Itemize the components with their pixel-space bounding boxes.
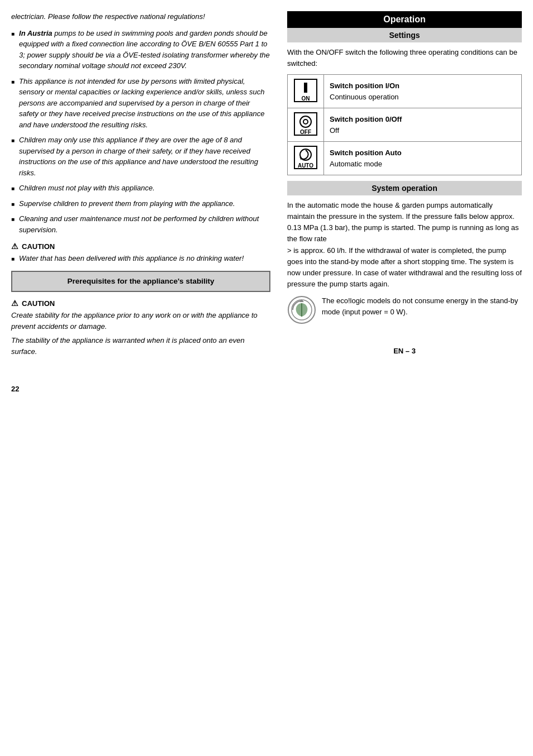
system-op-header: System operation [287, 181, 522, 195]
operation-title: Operation [383, 15, 426, 24]
list-item: Children must not play with this applian… [11, 183, 270, 194]
switch-table: ON Switch position I/On Continuous opera… [287, 74, 522, 175]
list-item: This appliance is not intended for use b… [11, 76, 270, 131]
system-op-title: System operation [372, 184, 437, 193]
list-item: In Austria pumps to be used in swimming … [11, 28, 270, 71]
switch-icon-cell-on: ON [288, 75, 324, 108]
svg-text:ON: ON [302, 95, 310, 102]
caution-icon-1: ⚠ [11, 242, 18, 251]
caution-icon-2: ⚠ [11, 299, 18, 308]
right-column: Operation Settings With the ON/OFF switc… [287, 11, 522, 745]
caution-title-2: ⚠ CAUTION [11, 299, 270, 308]
settings-header: Settings [287, 28, 522, 42]
switch-desc-auto: Switch position Auto Automatic mode [324, 142, 522, 175]
table-row-on: ON Switch position I/On Continuous opera… [288, 75, 522, 108]
list-item: Cleaning and user maintenance must not b… [11, 213, 270, 235]
switch-desc-auto-line1: Switch position Auto [330, 149, 402, 157]
caution-section-1: ⚠ CAUTION Water that has been delivered … [11, 242, 270, 264]
prerequisites-title: Prerequisites for the appliance's stabil… [68, 277, 215, 285]
auto-switch-icon: AUTO [293, 145, 318, 170]
switch-desc-on-line2: Continuous operation [330, 93, 399, 101]
svg-rect-1 [304, 83, 307, 93]
bullet-list: In Austria pumps to be used in swimming … [11, 28, 270, 236]
svg-point-5 [303, 119, 308, 124]
on-switch-icon: ON [293, 78, 318, 103]
page: electrician. Please follow the respectiv… [0, 0, 533, 756]
table-row-off: OFF Switch position 0/Off Off [288, 108, 522, 142]
switch-desc-on: Switch position I/On Continuous operatio… [324, 75, 522, 108]
switch-desc-off-line1: Switch position 0/Off [330, 115, 402, 123]
prerequisites-box: Prerequisites for the appliance's stabil… [11, 271, 270, 293]
svg-point-4 [300, 116, 311, 127]
caution-text-2b: The stability of the appliance is warran… [11, 335, 270, 357]
list-item: Supervise children to prevent them from … [11, 198, 270, 209]
switch-desc-off-line2: Off [330, 126, 339, 135]
svg-text:AUTO: AUTO [298, 162, 313, 169]
settings-title: Settings [389, 31, 420, 40]
off-switch-icon: OFF [293, 112, 318, 136]
intro-text: electrician. Please follow the respectiv… [11, 11, 270, 22]
switch-desc-off: Switch position 0/Off Off [324, 108, 522, 142]
system-op-text: In the automatic mode the house & garden… [287, 200, 522, 290]
eco-icon [287, 295, 316, 324]
list-item: Children may only use this appliance if … [11, 135, 270, 178]
left-column: electrician. Please follow the respectiv… [11, 11, 276, 745]
switch-icon-cell-auto: AUTO [288, 142, 324, 175]
caution-label-1: CAUTION [22, 242, 55, 251]
switch-icon-cell-off: OFF [288, 108, 324, 142]
caution-label-2: CAUTION [22, 299, 55, 308]
eco-text: The eco!logic models do not consume ener… [322, 295, 522, 317]
eco-block: The eco!logic models do not consume ener… [287, 295, 522, 324]
svg-text:OFF: OFF [300, 129, 311, 135]
settings-intro: With the ON/OFF switch the following thr… [287, 47, 522, 69]
caution-text-2a: Create stability for the appliance prior… [11, 310, 270, 332]
switch-desc-auto-line2: Automatic mode [330, 160, 382, 168]
caution-block-2: ⚠ CAUTION Create stability for the appli… [11, 299, 270, 357]
list-item: Water that has been delivered with this … [11, 253, 270, 264]
page-number-right: EN – 3 [393, 336, 416, 355]
caution-title-1: ⚠ CAUTION [11, 242, 270, 251]
table-row-auto: AUTO Switch position Auto Automatic mode [288, 142, 522, 175]
operation-header: Operation [287, 11, 522, 28]
caution-bullets-1: Water that has been delivered with this … [11, 253, 270, 264]
switch-desc-on-line1: Switch position I/On [330, 82, 399, 90]
page-number-left: 22 [11, 374, 19, 393]
